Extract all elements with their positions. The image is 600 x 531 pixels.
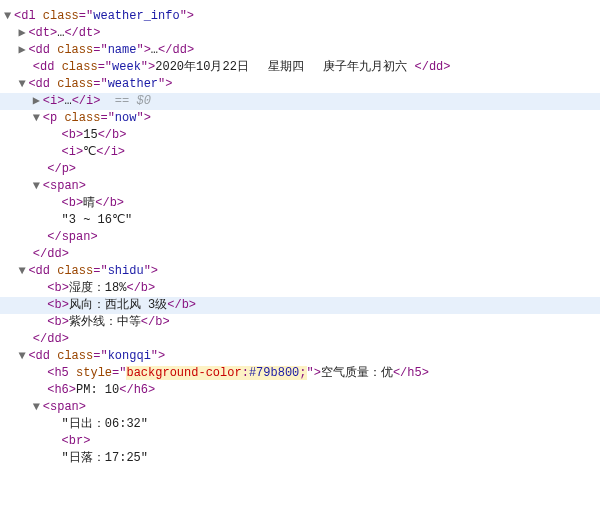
dom-node-b-desc[interactable]: <b>晴</b> xyxy=(0,195,600,212)
dom-node-h6-pm[interactable]: <h6>PM: 10</h6> xyxy=(0,382,600,399)
week-text: 2020年10月22日 星期四 庚子年九月初六 xyxy=(155,60,414,74)
dom-node-dt[interactable]: ▶<dt>…</dt> xyxy=(0,25,600,42)
expand-toggle[interactable]: ▶ xyxy=(18,25,28,42)
dom-text-range[interactable]: "3 ~ 16℃" xyxy=(0,212,600,229)
dom-node-span-1[interactable]: ▼<span> xyxy=(0,178,600,195)
pm: PM: 10 xyxy=(76,383,119,397)
dom-node-dl[interactable]: ▼<dl class="weather_info"> xyxy=(0,8,600,25)
now-temp: 15 xyxy=(83,128,97,142)
now-unit: ℃ xyxy=(83,145,96,159)
dom-text-sunrise[interactable]: "日出：06:32" xyxy=(0,416,600,433)
dom-node-dd-name[interactable]: ▶<dd class="name">…</dd> xyxy=(0,42,600,59)
dom-node-br[interactable]: <br> xyxy=(0,433,600,450)
weather-desc: 晴 xyxy=(83,196,95,210)
dom-node-dd-week[interactable]: <dd class="week">2020年10月22日 星期四 庚子年九月初六… xyxy=(0,59,600,76)
uv: 紫外线：中等 xyxy=(69,315,141,329)
dom-node-b-wind[interactable]: <b>风向：西北风 3级</b> xyxy=(0,297,600,314)
dom-node-i-unit[interactable]: <i>℃</i> xyxy=(0,144,600,161)
dom-node-i-selected[interactable]: ▶<i>…</i> == $0 xyxy=(0,93,600,110)
expand-toggle[interactable]: ▼ xyxy=(33,399,43,416)
dom-node-dd-kongqi[interactable]: ▼<dd class="kongqi"> xyxy=(0,348,600,365)
wind: 风向：西北风 3级 xyxy=(69,298,167,312)
expand-toggle[interactable]: ▶ xyxy=(33,93,43,110)
expand-toggle[interactable]: ▼ xyxy=(33,110,43,127)
dom-node-p-now[interactable]: ▼<p class="now"> xyxy=(0,110,600,127)
dom-node-b-temp[interactable]: <b>15</b> xyxy=(0,127,600,144)
dom-node-p-close[interactable]: </p> xyxy=(0,161,600,178)
expand-toggle[interactable]: ▼ xyxy=(18,348,28,365)
expand-toggle[interactable]: ▼ xyxy=(4,8,14,25)
expand-toggle[interactable]: ▼ xyxy=(18,76,28,93)
dom-node-dd-shidu[interactable]: ▼<dd class="shidu"> xyxy=(0,263,600,280)
dom-node-dd-weather-close[interactable]: </dd> xyxy=(0,246,600,263)
expand-toggle[interactable]: ▼ xyxy=(33,178,43,195)
dom-node-dd-shidu-close[interactable]: </dd> xyxy=(0,331,600,348)
dom-node-span-close-1[interactable]: </span> xyxy=(0,229,600,246)
dom-node-h5-aq[interactable]: <h5 style="background-color:#79b800;">空气… xyxy=(0,365,600,382)
selected-marker: == $0 xyxy=(115,94,151,108)
dom-node-dd-weather[interactable]: ▼<dd class="weather"> xyxy=(0,76,600,93)
sunset: 日落：17:25 xyxy=(69,451,141,465)
humidity: 湿度：18% xyxy=(69,281,127,295)
expand-toggle[interactable]: ▼ xyxy=(18,263,28,280)
sunrise: 日出：06:32 xyxy=(69,417,141,431)
expand-toggle[interactable]: ▶ xyxy=(18,42,28,59)
dom-node-b-uv[interactable]: <b>紫外线：中等</b> xyxy=(0,314,600,331)
dom-node-span-2[interactable]: ▼<span> xyxy=(0,399,600,416)
dom-node-b-humidity[interactable]: <b>湿度：18%</b> xyxy=(0,280,600,297)
air-quality: 空气质量：优 xyxy=(321,366,393,380)
weather-range: 3 ~ 16℃ xyxy=(69,213,125,227)
dom-text-sunset[interactable]: "日落：17:25" xyxy=(0,450,600,467)
